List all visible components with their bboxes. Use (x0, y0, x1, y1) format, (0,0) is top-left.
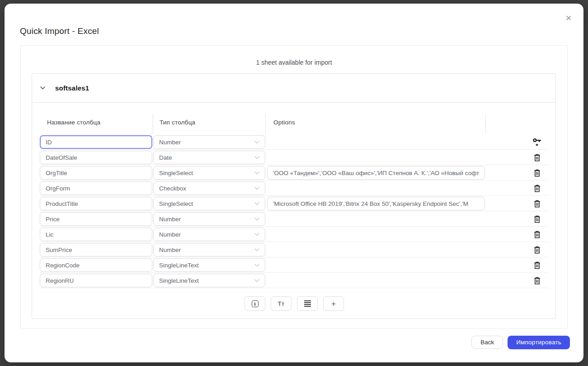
chevron-down-icon (254, 248, 259, 252)
column-type-value: Date (159, 154, 172, 161)
chevron-down-icon (254, 156, 259, 159)
chevron-down-icon (254, 264, 259, 267)
chevron-down-icon (254, 218, 259, 221)
column-name-input[interactable] (40, 274, 152, 287)
field-row: Number (40, 242, 549, 257)
field-row: Number ★ (40, 134, 549, 150)
chevron-down-icon (254, 233, 259, 236)
column-options-header: Options (273, 119, 295, 126)
import-content-box: 1 sheet available for import softsales1 … (20, 45, 568, 329)
column-type-select[interactable]: Date (153, 151, 265, 164)
close-icon[interactable]: ✕ (564, 14, 574, 24)
column-options-input[interactable] (267, 197, 485, 210)
row-action-zone (523, 211, 550, 227)
column-type-select[interactable]: SingleLineText (153, 274, 265, 287)
field-rows: Number ★ Date (40, 134, 549, 288)
modal-title: Quick Import - Excel (20, 26, 99, 36)
column-type-select[interactable]: SingleLineText (153, 258, 265, 272)
column-type-select[interactable]: Checkbox (153, 181, 265, 195)
sheet-name: softsales1 (55, 84, 89, 92)
field-row: SingleSelect (40, 196, 549, 211)
column-type-select[interactable]: Number (153, 212, 265, 226)
column-type-select[interactable]: Number (153, 135, 265, 149)
delete-row-button[interactable] (534, 261, 541, 269)
chevron-down-icon (254, 202, 259, 205)
row-action-zone (523, 150, 550, 165)
column-type-select[interactable]: Number (153, 228, 265, 241)
text-field-button[interactable]: Tт (271, 296, 292, 311)
field-row: Number (40, 211, 549, 227)
column-options-input[interactable] (267, 166, 485, 180)
row-action-zone: ★ (523, 134, 550, 150)
import-button[interactable]: Импортировать (508, 336, 570, 349)
delete-row-button[interactable] (534, 169, 541, 177)
sheet-panel: softsales1 Название столбца Тип столбца … (32, 73, 555, 319)
chevron-down-icon (254, 279, 259, 282)
sheets-available-text: 1 sheet available for import (21, 59, 567, 66)
delete-row-button[interactable] (534, 277, 541, 285)
row-action-zone (523, 165, 550, 181)
field-row: SingleLineText (40, 257, 549, 273)
sheet-header[interactable]: softsales1 (32, 74, 555, 103)
modal-overlay: { "overlay": { "color": "#414141" }, "mo… (0, 0, 588, 366)
column-type-header: Тип столбца (160, 119, 195, 126)
chevron-down-icon (254, 187, 259, 190)
primary-key-icon: ★ (533, 138, 541, 147)
row-action-zone (523, 257, 550, 273)
header-divider (485, 114, 486, 134)
field-row: Date (40, 150, 549, 165)
column-name-input[interactable] (40, 243, 152, 257)
delete-row-button[interactable] (534, 215, 541, 223)
header-divider (153, 114, 153, 134)
delete-row-button[interactable] (534, 231, 541, 238)
column-type-value: Number (159, 216, 181, 223)
column-type-value: Number (159, 139, 181, 146)
row-action-zone (523, 242, 550, 257)
table-header-row: Название столбца Тип столбца Options (40, 103, 549, 134)
add-column-button[interactable]: + (323, 296, 344, 311)
column-name-input[interactable] (40, 212, 152, 226)
column-name-input[interactable] (40, 197, 152, 210)
field-row: SingleSelect (40, 165, 549, 181)
delete-row-button[interactable] (534, 246, 541, 254)
column-type-select[interactable]: Number (153, 243, 265, 257)
column-type-select[interactable]: SingleSelect (153, 197, 265, 210)
chevron-down-icon (254, 141, 259, 144)
column-name-input[interactable] (40, 258, 152, 272)
column-type-value: Number (159, 247, 181, 253)
long-text-field-button[interactable] (297, 296, 318, 311)
delete-row-button[interactable] (534, 200, 541, 208)
text-icon: Tт (278, 300, 284, 307)
column-name-input[interactable] (40, 228, 152, 241)
column-type-value: SingleLineText (159, 262, 199, 269)
row-action-zone (523, 196, 550, 211)
column-type-value: SingleSelect (159, 200, 193, 207)
column-type-value: Checkbox (159, 185, 186, 192)
back-button[interactable]: Back (471, 336, 503, 349)
add-field-toolbar: 1 Tт + (40, 296, 549, 311)
column-name-input[interactable] (40, 166, 152, 180)
field-row: Checkbox (40, 181, 549, 196)
column-type-value: SingleSelect (159, 170, 193, 176)
row-action-zone (523, 273, 550, 288)
column-name-input[interactable] (40, 151, 152, 164)
field-row: Number (40, 227, 549, 242)
delete-row-button[interactable] (534, 185, 541, 192)
delete-row-button[interactable] (534, 154, 541, 162)
chevron-down-icon[interactable] (40, 86, 45, 90)
field-row: SingleLineText (40, 273, 549, 288)
column-name-input[interactable] (40, 135, 152, 149)
modal-footer: Back Импортировать (471, 335, 570, 349)
number-field-button[interactable]: 1 (245, 296, 265, 311)
plus-icon: + (331, 300, 336, 308)
columns-table: Название столбца Тип столбца Options Num… (32, 103, 555, 311)
column-type-value: SingleLineText (159, 277, 199, 284)
number-box-icon: 1 (252, 300, 259, 307)
column-name-input[interactable] (40, 181, 152, 195)
column-type-value: Number (159, 231, 181, 238)
row-action-zone (523, 227, 550, 242)
column-type-select[interactable]: SingleSelect (153, 166, 265, 180)
header-divider (265, 114, 266, 134)
row-action-zone (523, 181, 550, 196)
column-name-header: Название столбца (47, 119, 100, 126)
